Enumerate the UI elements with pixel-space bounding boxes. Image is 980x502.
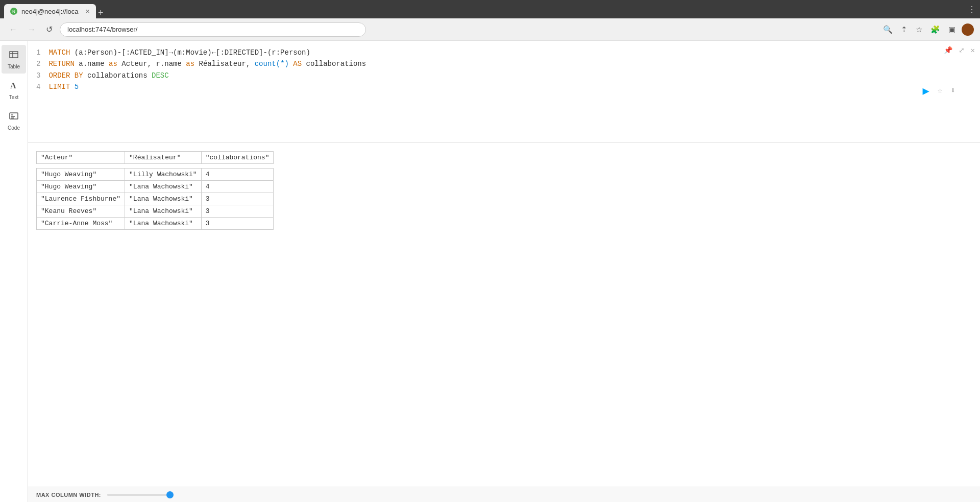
kw-desc: DESC [152, 70, 169, 81]
address-input[interactable] [60, 22, 366, 37]
kw-as-1: as [109, 58, 117, 69]
fn-count: count(*) [255, 58, 289, 69]
cell-real-4: "Lana Wachowski" [125, 205, 202, 218]
menu-dots[interactable]: ⋮ [968, 5, 976, 14]
max-col-label: MAX COLUMN WIDTH: [36, 492, 101, 498]
limit-num: 5 [75, 81, 79, 92]
download-button[interactable]: ⬇ [950, 85, 955, 99]
sidebar-item-text-label: Text [9, 94, 18, 100]
table-icon [9, 50, 19, 62]
results-area: "Acteur" "Réalisateur" "collaborations" … [28, 143, 980, 487]
q2-collabs: collaborations [302, 58, 366, 69]
code-icon [9, 111, 19, 124]
query-line-4: 4 LIMIT 5 [36, 81, 972, 92]
query-editor: 📌 ⤢ ✕ 1 MATCH (a:Person)-[:ACTED_IN]→(m:… [28, 41, 980, 143]
tab-title: neo4j@neo4j://loca [21, 8, 79, 15]
line-num-1: 1 [36, 47, 40, 58]
q2-a-name: a.name [75, 58, 109, 69]
kw-as-3: AS [293, 58, 302, 69]
column-width-slider-thumb[interactable] [166, 491, 174, 498]
kw-limit: LIMIT [48, 81, 70, 92]
sidebar-item-code[interactable]: Code [2, 106, 26, 135]
pin-icon[interactable]: 📌 [944, 45, 952, 56]
table-row: "Laurence Fishburne" "Lana Wachowski" 3 [37, 193, 274, 205]
text-icon: A [9, 80, 19, 93]
reload-button[interactable]: ↺ [43, 22, 56, 36]
sidebar-item-code-label: Code [8, 125, 20, 131]
table-spacer-row [37, 164, 274, 169]
cell-collab-3: 3 [201, 193, 274, 205]
cell-collab-4: 3 [201, 205, 274, 218]
main-container: Table A Text Code [0, 41, 980, 502]
column-width-slider-track [107, 494, 174, 496]
cell-acteur-5: "Carrie-Anne Moss" [37, 218, 125, 230]
kw-match: MATCH [48, 47, 70, 58]
cell-collab-2: 4 [201, 181, 274, 193]
q2-real: Réalisateur, [194, 58, 255, 69]
run-button[interactable]: ▶ [922, 83, 929, 101]
table-row: "Carrie-Anne Moss" "Lana Wachowski" 3 [37, 218, 274, 230]
q3-collabs: collaborations [83, 70, 152, 81]
col-header-acteur: "Acteur" [37, 152, 125, 164]
back-button[interactable]: ← [6, 23, 20, 36]
svg-text:A: A [10, 81, 16, 90]
table-row: "Hugo Weaving" "Lilly Wachowski" 4 [37, 169, 274, 181]
cell-real-2: "Lana Wachowski" [125, 181, 202, 193]
query-line-3: 3 ORDER BY collaborations DESC [36, 70, 972, 81]
slider-fill [107, 494, 160, 496]
content-area: 📌 ⤢ ✕ 1 MATCH (a:Person)-[:ACTED_IN]→(m:… [28, 41, 980, 502]
extension-icon[interactable]: 🧩 [928, 23, 942, 36]
tab-close-button[interactable]: ✕ [85, 8, 90, 15]
q2-acteur: Acteur, r.name [117, 58, 186, 69]
table-header-row: "Acteur" "Réalisateur" "collaborations" [37, 152, 274, 164]
status-bar: MAX COLUMN WIDTH: [28, 487, 980, 502]
sidebar: Table A Text Code [0, 41, 28, 502]
browser-chrome: N neo4j@neo4j://loca ✕ + ⋮ [0, 0, 980, 18]
kw-as-2: as [186, 58, 194, 69]
col-header-realisateur: "Réalisateur" [125, 152, 202, 164]
table-row: "Keanu Reeves" "Lana Wachowski" 3 [37, 205, 274, 218]
browser-tab-active[interactable]: N neo4j@neo4j://loca ✕ [4, 4, 96, 18]
sidebar-item-table[interactable]: Table [2, 45, 26, 74]
browser-tabs: N neo4j@neo4j://loca ✕ + [4, 0, 104, 18]
line-num-3: 3 [36, 70, 40, 81]
result-table: "Acteur" "Réalisateur" "collaborations" … [36, 151, 274, 230]
address-bar: ← → ↺ 🔍 ⇡ ☆ 🧩 ▣ [0, 18, 980, 41]
cell-real-5: "Lana Wachowski" [125, 218, 202, 230]
q4-space [70, 81, 74, 92]
query-line1-rest: (a:Person)-[:ACTED_IN]→(m:Movie)←[:DIREC… [70, 47, 310, 58]
cell-acteur-3: "Laurence Fishburne" [37, 193, 125, 205]
kw-return: RETURN [48, 58, 74, 69]
query-toolbar: 📌 ⤢ ✕ [944, 45, 975, 56]
cell-collab-1: 4 [201, 169, 274, 181]
close-query-icon[interactable]: ✕ [971, 45, 975, 56]
col-header-collaborations: "collaborations" [201, 152, 274, 164]
tab-favicon: N [10, 8, 17, 15]
zoom-icon[interactable]: 🔍 [881, 23, 895, 36]
share-icon[interactable]: ⇡ [899, 23, 910, 36]
table-row: "Hugo Weaving" "Lana Wachowski" 4 [37, 181, 274, 193]
favorite-button[interactable]: ☆ [938, 85, 943, 99]
q2-space [289, 58, 293, 69]
star-icon[interactable]: ☆ [914, 23, 924, 36]
cell-real-3: "Lana Wachowski" [125, 193, 202, 205]
sidebar-item-text[interactable]: A Text [2, 76, 26, 104]
expand-icon[interactable]: ⤢ [959, 45, 965, 56]
line-num-2: 2 [36, 58, 40, 69]
query-line-1: 1 MATCH (a:Person)-[:ACTED_IN]→(m:Movie)… [36, 47, 972, 58]
run-toolbar: ▶ ☆ ⬇ [922, 83, 955, 101]
line-num-4: 4 [36, 81, 40, 92]
profile-avatar[interactable] [962, 23, 974, 36]
svg-rect-0 [10, 52, 18, 58]
forward-button[interactable]: → [24, 23, 39, 36]
window-controls: ⋮ [968, 5, 976, 14]
cell-collab-5: 3 [201, 218, 274, 230]
split-view-icon[interactable]: ▣ [946, 23, 958, 36]
cell-acteur-1: "Hugo Weaving" [37, 169, 125, 181]
kw-order: ORDER BY [48, 70, 83, 81]
cell-acteur-2: "Hugo Weaving" [37, 181, 125, 193]
cell-real-1: "Lilly Wachowski" [125, 169, 202, 181]
cell-acteur-4: "Keanu Reeves" [37, 205, 125, 218]
new-tab-button[interactable]: + [98, 8, 104, 18]
sidebar-item-table-label: Table [8, 64, 20, 69]
